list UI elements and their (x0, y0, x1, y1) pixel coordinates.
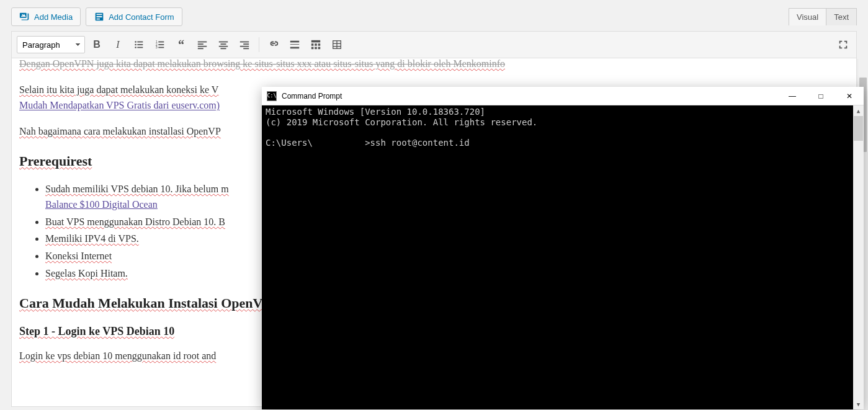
add-contact-form-label: Add Contact Form (109, 12, 174, 22)
editor-toolbar: Paragraph B I 123 “ (11, 31, 857, 58)
content-h3-step1: Step 1 - Login ke VPS Debian 10 (19, 325, 174, 337)
content-link-euserv[interactable]: Mudah Mendapatkan VPS Gratis dari euserv… (19, 100, 220, 110)
content-p1a: Selain itu kita juga dapat melakukan kon… (19, 84, 218, 95)
svg-rect-17 (221, 43, 226, 45)
content-h2-cara: Cara Mudah Melakukan Instalasi OpenV (19, 295, 262, 311)
cmd-scrollbar[interactable]: ▲ ▼ (853, 105, 864, 409)
svg-rect-27 (311, 40, 320, 43)
fullscreen-button[interactable] (834, 35, 852, 54)
svg-point-2 (135, 44, 136, 46)
svg-rect-16 (219, 42, 228, 43)
editor-tabs: Visual Text (789, 8, 857, 25)
svg-text:3: 3 (156, 45, 158, 49)
svg-rect-9 (158, 44, 164, 45)
align-left-button[interactable] (193, 35, 212, 54)
add-media-button[interactable]: Add Media (11, 7, 81, 26)
svg-rect-33 (318, 47, 321, 50)
tab-visual[interactable]: Visual (789, 8, 826, 25)
svg-rect-20 (240, 42, 249, 43)
svg-rect-12 (198, 42, 207, 43)
align-center-button[interactable] (214, 35, 233, 54)
add-contact-form-button[interactable]: Add Contact Form (86, 7, 182, 26)
content-p2: Nah bagaimana cara melakukan installasi … (19, 126, 221, 136)
cmd-title-text: Command Prompt (282, 92, 778, 100)
add-media-label: Add Media (34, 12, 73, 22)
content-p3: Login ke vps debian 10 menggunakan id ro… (19, 350, 216, 361)
svg-rect-19 (221, 48, 226, 49)
cmd-scroll-thumb[interactable] (854, 116, 863, 141)
svg-rect-26 (290, 47, 299, 49)
svg-rect-1 (137, 42, 143, 43)
svg-rect-24 (290, 41, 299, 43)
cmd-close-button[interactable]: ✕ (835, 87, 864, 105)
format-select[interactable]: Paragraph (17, 36, 85, 53)
svg-rect-32 (315, 47, 317, 50)
form-icon (94, 11, 105, 22)
svg-rect-14 (198, 46, 207, 47)
svg-point-0 (135, 41, 136, 43)
svg-rect-13 (198, 43, 204, 45)
bold-button[interactable]: B (87, 35, 106, 54)
svg-rect-21 (243, 43, 249, 45)
content-line-partial: Dengan OpenVPN juga kita dapat melakukan… (19, 58, 505, 69)
align-right-button[interactable] (235, 35, 254, 54)
command-prompt-window: C:\ Command Prompt — □ ✕ Microsoft Windo… (262, 87, 864, 409)
link-button[interactable] (264, 35, 283, 54)
content-h2-prereq: Prerequirest (19, 153, 92, 169)
tab-text[interactable]: Text (826, 8, 857, 25)
toolbar-separator (259, 37, 259, 52)
numbered-list-button[interactable]: 123 (151, 35, 169, 54)
cmd-icon: C:\ (267, 91, 277, 101)
svg-rect-25 (290, 44, 299, 45)
svg-rect-31 (311, 47, 314, 50)
svg-rect-15 (198, 48, 204, 49)
readmore-button[interactable] (285, 35, 304, 54)
svg-rect-7 (158, 42, 164, 43)
cmd-body[interactable]: Microsoft Windows [Version 10.0.18363.72… (262, 105, 864, 409)
svg-point-4 (135, 47, 136, 48)
svg-rect-22 (240, 46, 249, 47)
svg-rect-5 (137, 47, 143, 48)
italic-button[interactable]: I (109, 35, 127, 54)
svg-rect-30 (318, 43, 321, 46)
svg-rect-3 (137, 44, 143, 45)
cmd-maximize-button[interactable]: □ (807, 87, 835, 105)
svg-rect-11 (158, 47, 164, 48)
cmd-minimize-button[interactable]: — (778, 87, 807, 105)
table-button[interactable] (328, 35, 346, 54)
cmd-titlebar[interactable]: C:\ Command Prompt — □ ✕ (262, 87, 864, 105)
content-link-digitalocean[interactable]: Balance $100 Digital Ocean (45, 199, 158, 210)
svg-rect-18 (219, 46, 228, 47)
bullet-list-button[interactable] (130, 35, 148, 54)
media-icon (19, 11, 30, 22)
blockquote-button[interactable]: “ (172, 35, 190, 54)
svg-rect-28 (311, 43, 314, 46)
cmd-scroll-up[interactable]: ▲ (853, 105, 864, 116)
svg-rect-23 (243, 48, 249, 49)
cmd-scroll-down[interactable]: ▼ (853, 399, 864, 409)
toolbar-toggle-button[interactable] (306, 35, 325, 54)
svg-rect-29 (315, 43, 317, 46)
